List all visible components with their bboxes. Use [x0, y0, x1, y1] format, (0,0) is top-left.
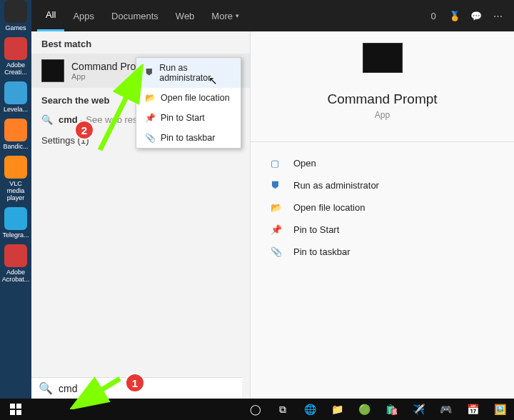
- tab-web[interactable]: Web: [167, 0, 203, 31]
- folder-icon: 📂: [271, 202, 285, 213]
- feedback-icon[interactable]: 💬: [465, 11, 487, 21]
- rewards-icon[interactable]: 🏅: [444, 11, 465, 21]
- desktop-icon[interactable]: Adobe Acrobat...: [0, 244, 31, 283]
- taskbar-app-explorer[interactable]: 📁: [323, 399, 351, 420]
- desktop-icon[interactable]: Levela...: [0, 81, 31, 113]
- taskbar: ◯ ⧉ 🌐 📁 🟢 🛍️ ✈️ 🎮 📅 🖼️: [0, 399, 514, 420]
- taskbar-app-photos[interactable]: 🖼️: [486, 399, 513, 420]
- detail-title: Command Prompt: [251, 91, 514, 107]
- search-tabs-header: All Apps Documents Web More▾ 0 🏅 💬 ⋯: [31, 0, 514, 31]
- open-icon: ▢: [271, 158, 285, 169]
- detail-subtitle: App: [251, 110, 514, 120]
- windows-icon: [10, 404, 21, 415]
- svg-rect-2: [10, 410, 15, 415]
- desktop-icon[interactable]: Telegra...: [0, 207, 31, 239]
- pin-icon: 📌: [143, 113, 156, 123]
- search-icon: 🔍: [39, 381, 53, 395]
- tab-more[interactable]: More▾: [203, 0, 248, 31]
- action-run-as-admin[interactable]: ⛊Run as administrator: [251, 174, 514, 196]
- shield-icon: ⛊: [271, 180, 285, 191]
- action-pin-start[interactable]: 📌Pin to Start: [251, 219, 514, 241]
- best-match-heading: Best match: [31, 31, 250, 54]
- taskbar-taskview-icon[interactable]: ⧉: [269, 399, 296, 420]
- taskbar-app-calendar[interactable]: 📅: [459, 399, 486, 420]
- tab-apps[interactable]: Apps: [64, 0, 103, 31]
- desktop-icons-column: Games Adobe Creati... Levela... Bandic..…: [0, 0, 31, 399]
- desktop-icon[interactable]: Games: [0, 0, 31, 31]
- chevron-down-icon: ▾: [236, 12, 239, 19]
- desktop-icon[interactable]: Bandic...: [0, 119, 31, 150]
- ctx-open-file-location[interactable]: 📂Open file location: [136, 88, 241, 108]
- start-button[interactable]: [0, 399, 31, 420]
- action-open-file-location[interactable]: 📂Open file location: [251, 196, 514, 219]
- taskbar-app-edge[interactable]: 🌐: [296, 399, 323, 420]
- ctx-pin-taskbar[interactable]: 📎Pin to taskbar: [136, 128, 241, 148]
- tab-all[interactable]: All: [37, 0, 64, 31]
- desktop-icon[interactable]: Adobe Creati...: [0, 37, 31, 76]
- action-pin-taskbar[interactable]: 📎Pin to taskbar: [251, 241, 514, 263]
- start-search-panel: Best match Command Prompt App Search the…: [31, 0, 514, 399]
- taskbar-app-chrome[interactable]: 🟢: [351, 399, 378, 420]
- search-icon: 🔍: [41, 114, 53, 125]
- pin-taskbar-icon: 📎: [271, 246, 285, 257]
- pin-icon: 📌: [271, 224, 285, 235]
- taskbar-cortana-icon[interactable]: ◯: [242, 399, 269, 420]
- svg-rect-3: [16, 410, 21, 415]
- svg-rect-0: [10, 404, 15, 409]
- folder-icon: 📂: [143, 93, 156, 103]
- taskbar-app-xbox[interactable]: 🎮: [432, 399, 459, 420]
- tab-documents[interactable]: Documents: [103, 0, 167, 31]
- more-options-icon[interactable]: ⋯: [487, 11, 508, 21]
- action-open[interactable]: ▢Open: [251, 152, 514, 174]
- result-detail-pane: Command Prompt App ▢Open ⛊Run as adminis…: [250, 0, 514, 399]
- taskbar-app-telegram[interactable]: ✈️: [405, 399, 432, 420]
- taskbar-app-store[interactable]: 🛍️: [378, 399, 405, 420]
- search-input[interactable]: [59, 383, 235, 394]
- svg-rect-1: [16, 404, 21, 409]
- ctx-run-as-admin[interactable]: ⛊Run as administrator: [136, 58, 241, 88]
- command-prompt-icon: [41, 59, 64, 82]
- shield-icon: ⛊: [143, 68, 155, 78]
- taskbar-search-area: [31, 399, 242, 420]
- ctx-pin-start[interactable]: 📌Pin to Start: [136, 108, 241, 128]
- rewards-count[interactable]: 0: [423, 11, 444, 21]
- search-bar[interactable]: 🔍: [31, 377, 242, 399]
- separator: [251, 141, 514, 142]
- context-menu: ⛊Run as administrator 📂Open file locatio…: [136, 57, 241, 149]
- pin-taskbar-icon: 📎: [143, 133, 156, 143]
- desktop-icon[interactable]: VLC media player: [0, 156, 31, 201]
- command-prompt-icon: [363, 43, 403, 73]
